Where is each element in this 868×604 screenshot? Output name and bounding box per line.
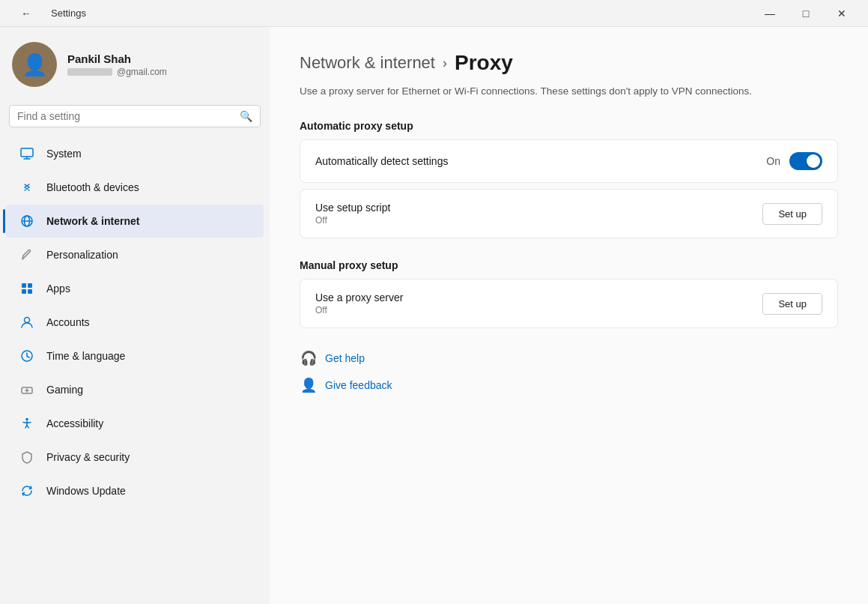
back-button[interactable]: ← [9, 1, 43, 25]
proxy-server-button[interactable]: Set up [762, 293, 822, 315]
window-title: Settings [51, 7, 86, 19]
sidebar-item-label-update: Windows Update [46, 485, 126, 497]
sidebar-item-gaming[interactable]: Gaming [6, 373, 264, 406]
setup-script-row: Use setup script Off Set up [300, 190, 837, 238]
search-icon: 🔍 [240, 110, 252, 122]
svg-rect-6 [28, 289, 32, 294]
svg-rect-4 [28, 283, 32, 288]
sidebar-item-personalization[interactable]: Personalization [6, 238, 264, 271]
toggle-thumb [807, 154, 820, 168]
privacy-icon [18, 448, 36, 466]
sidebar-item-label-gaming: Gaming [46, 384, 83, 396]
give-feedback-link[interactable]: 👤 Give feedback [300, 376, 838, 394]
sidebar: 👤 Pankil Shah @gmail.com 🔍 SystemBluetoo… [0, 27, 270, 604]
apps-icon [18, 280, 36, 298]
sidebar-item-label-system: System [46, 148, 82, 160]
svg-point-7 [25, 318, 30, 323]
proxy-server-label: Use a proxy server [315, 292, 403, 303]
page-title: Proxy [455, 51, 513, 75]
sidebar-item-label-bluetooth: Bluetooth & devices [46, 181, 139, 193]
setup-script-button[interactable]: Set up [762, 203, 822, 225]
breadcrumb-parent[interactable]: Network & internet [300, 53, 435, 73]
auto-detect-row: Automatically detect settings On [300, 140, 837, 182]
get-help-label: Get help [325, 352, 365, 364]
get-help-link[interactable]: 🎧 Get help [300, 349, 838, 367]
svg-rect-5 [22, 289, 26, 294]
sidebar-item-update[interactable]: Windows Update [6, 474, 264, 507]
user-profile[interactable]: 👤 Pankil Shah @gmail.com [0, 27, 270, 99]
sidebar-item-label-personalization: Personalization [46, 249, 118, 261]
personalization-icon [18, 246, 36, 264]
sidebar-item-label-accounts: Accounts [46, 316, 90, 328]
minimize-button[interactable]: — [753, 1, 787, 25]
svg-rect-0 [21, 148, 33, 157]
give-feedback-icon: 👤 [300, 376, 318, 394]
sidebar-item-accounts[interactable]: Accounts [6, 306, 264, 339]
page-description: Use a proxy server for Ethernet or Wi-Fi… [300, 84, 838, 99]
titlebar-left: ← Settings [9, 1, 86, 25]
sidebar-nav: SystemBluetooth & devicesNetwork & inter… [0, 136, 270, 508]
accounts-icon [18, 313, 36, 331]
network-icon [18, 212, 36, 230]
breadcrumb: Network & internet › Proxy [300, 51, 838, 75]
sidebar-item-label-apps: Apps [46, 283, 70, 295]
close-button[interactable]: ✕ [825, 1, 859, 25]
gaming-icon [18, 381, 36, 399]
user-name: Pankil Shah [67, 52, 167, 65]
proxy-server-row: Use a proxy server Off Set up [300, 280, 837, 327]
content-area: Network & internet › Proxy Use a proxy s… [270, 27, 868, 604]
accessibility-icon [18, 414, 36, 432]
titlebar: ← Settings — □ ✕ [0, 0, 868, 27]
system-icon [18, 145, 36, 163]
avatar: 👤 [12, 42, 57, 87]
sidebar-item-bluetooth[interactable]: Bluetooth & devices [6, 171, 264, 204]
setup-script-label: Use setup script [315, 202, 390, 214]
email-redacted [67, 68, 112, 76]
sidebar-item-apps[interactable]: Apps [6, 272, 264, 305]
bottom-links: 🎧 Get help 👤 Give feedback [300, 349, 838, 394]
app-body: 👤 Pankil Shah @gmail.com 🔍 SystemBluetoo… [0, 27, 868, 604]
bluetooth-icon [18, 178, 36, 196]
section-header-manual: Manual proxy setup [300, 259, 838, 271]
automatic-proxy-card: Automatically detect settings On [300, 139, 838, 183]
window-controls: — □ ✕ [753, 1, 859, 25]
maximize-button[interactable]: □ [789, 1, 823, 25]
user-email-domain: @gmail.com [117, 67, 167, 77]
sidebar-item-time[interactable]: Time & language [6, 339, 264, 372]
auto-detect-label: Automatically detect settings [315, 155, 448, 167]
sidebar-item-label-privacy: Privacy & security [46, 451, 130, 463]
give-feedback-label: Give feedback [325, 379, 392, 391]
svg-point-10 [25, 418, 28, 421]
search-input[interactable] [17, 110, 234, 122]
sidebar-item-privacy[interactable]: Privacy & security [6, 441, 264, 474]
get-help-icon: 🎧 [300, 349, 318, 367]
sidebar-item-accessibility[interactable]: Accessibility [6, 407, 264, 440]
search-box[interactable]: 🔍 [9, 105, 261, 127]
sidebar-item-label-accessibility: Accessibility [46, 417, 103, 429]
auto-detect-toggle[interactable] [789, 152, 822, 170]
breadcrumb-chevron: › [443, 55, 447, 71]
svg-rect-3 [22, 283, 26, 288]
setup-script-sublabel: Off [315, 215, 390, 226]
section-header-automatic: Automatic proxy setup [300, 120, 838, 132]
sidebar-item-label-network: Network & internet [46, 215, 139, 227]
time-icon [18, 347, 36, 365]
sidebar-item-network[interactable]: Network & internet [6, 205, 264, 238]
proxy-server-sublabel: Off [315, 305, 403, 315]
sidebar-item-system[interactable]: System [6, 137, 264, 170]
setup-script-card: Use setup script Off Set up [300, 189, 838, 238]
user-info: Pankil Shah @gmail.com [67, 52, 167, 77]
manual-proxy-card: Use a proxy server Off Set up [300, 279, 838, 328]
update-icon [18, 482, 36, 500]
auto-detect-value: On [766, 155, 780, 167]
sidebar-item-label-time: Time & language [46, 350, 125, 362]
